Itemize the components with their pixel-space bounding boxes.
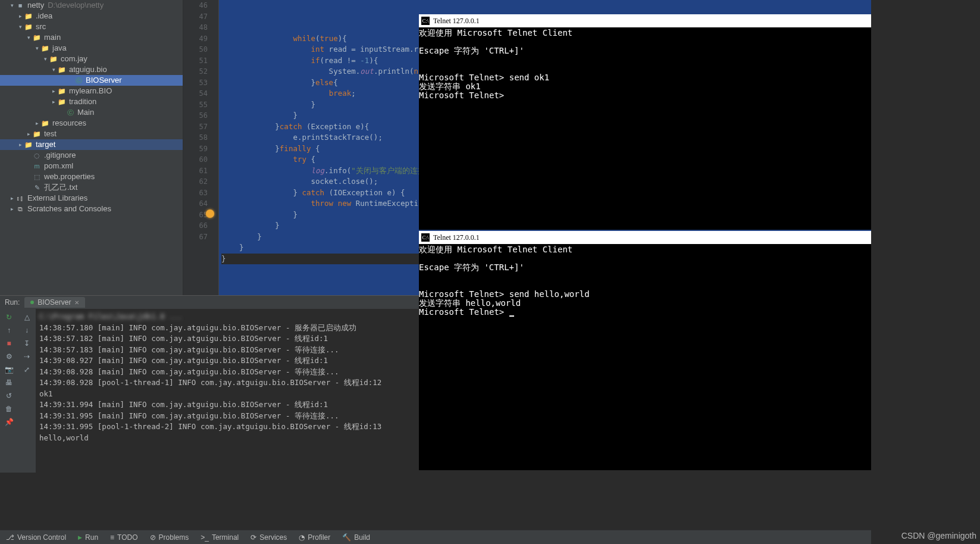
expand-icon[interactable]: ▸ <box>25 129 32 139</box>
tree-item-com-jay[interactable]: ▾📁com.jay <box>0 54 183 64</box>
status-item-problems[interactable]: ⊘Problems <box>144 530 195 544</box>
console-line: C:\Program Files\Java\jdk1.8 ... <box>39 311 183 323</box>
status-label: TODO <box>117 533 137 542</box>
file-m-icon: m <box>32 161 42 171</box>
status-label: Services <box>259 533 287 542</box>
telnet-output: 欢迎使用 Microsoft Telnet Client Escape 字符为 … <box>419 244 871 317</box>
right-margin <box>871 0 980 544</box>
tree-label: mylearn.BIO <box>69 86 112 96</box>
expand-icon[interactable]: ▾ <box>17 21 24 32</box>
status-icon: ⟳ <box>251 533 256 542</box>
tree-item-main[interactable]: ▾📁main <box>0 32 183 43</box>
expand-icon[interactable]: ▸ <box>17 139 24 150</box>
status-item-terminal[interactable]: >_Terminal <box>195 530 245 544</box>
status-item-profiler[interactable]: ◔Profiler <box>293 530 336 544</box>
line-number: 46 <box>183 0 208 11</box>
run-action-icon[interactable]: 📌 <box>4 417 14 427</box>
library-icon: ⫾⫿ <box>15 193 25 204</box>
pkg-icon: 📁 <box>49 54 58 64</box>
cursor-icon <box>509 315 514 317</box>
run-action-icon[interactable]: ↧ <box>22 339 32 348</box>
class-icon: ⓒ <box>74 75 83 86</box>
line-number: 65 <box>183 210 208 221</box>
tree-label: .idea <box>36 11 52 21</box>
telnet-window-2[interactable]: C:\ Telnet 127.0.0.1 欢迎使用 Microsoft Teln… <box>419 231 871 470</box>
expand-icon[interactable]: ▸ <box>50 96 57 107</box>
pkg-icon: 📁 <box>57 96 67 107</box>
expand-icon[interactable]: ▾ <box>50 64 57 75</box>
status-item-services[interactable]: ⟳Services <box>245 530 293 544</box>
line-number: 62 <box>183 176 208 187</box>
expand-icon[interactable]: ▾ <box>33 43 40 54</box>
line-number: 58 <box>183 132 208 143</box>
status-icon: ◔ <box>299 533 305 542</box>
status-item-build[interactable]: 🔨Build <box>336 530 376 544</box>
tree-item-src[interactable]: ▾📁src <box>0 21 183 32</box>
run-action-icon[interactable]: 📷 <box>4 365 14 374</box>
status-label: Version Control <box>17 533 66 542</box>
tree-item-tradition[interactable]: ▸📁tradition <box>0 96 183 107</box>
intention-bulb-icon[interactable] <box>206 210 214 218</box>
tree-item-netty[interactable]: ▾■nettyD:\develop\netty <box>0 0 183 11</box>
scratches-consoles[interactable]: ▸⧉Scratches and Consoles <box>0 204 183 214</box>
tree-item-java[interactable]: ▾📁java <box>0 43 183 54</box>
close-icon[interactable]: ✕ <box>74 299 79 306</box>
run-action-icon[interactable]: △ <box>22 312 32 322</box>
telnet-title: Telnet 127.0.0.1 <box>433 17 480 26</box>
telnet-window-1[interactable]: C:\ Telnet 127.0.0.1 欢迎使用 Microsoft Teln… <box>419 14 871 230</box>
expand-icon[interactable]: ▾ <box>42 54 49 64</box>
run-action-icon[interactable]: ↓ <box>22 326 32 335</box>
run-action-icon[interactable]: ⚙ <box>4 352 14 361</box>
line-number: 50 <box>183 44 208 55</box>
run-action-icon[interactable] <box>22 378 32 387</box>
tree-item-target[interactable]: ▸📁target <box>0 139 183 150</box>
tree-item--txt[interactable]: ✎孔乙己.txt <box>0 182 183 193</box>
tree-item-resources[interactable]: ▸📁resources <box>0 118 183 129</box>
run-action-icon[interactable]: ⤢ <box>22 365 32 374</box>
run-tab[interactable]: BIOServer ✕ <box>24 297 85 308</box>
telnet-titlebar[interactable]: C:\ Telnet 127.0.0.1 <box>419 14 871 27</box>
run-status-icon <box>30 301 34 304</box>
tree-item-bioserver[interactable]: ⓒBIOServer <box>0 75 183 86</box>
run-action-icon[interactable] <box>22 391 32 401</box>
run-action-icon[interactable]: ↺ <box>4 391 14 401</box>
line-number: 56 <box>183 110 208 121</box>
tree-item-atguigu-bio[interactable]: ▾📁atguigu.bio <box>0 64 183 75</box>
tree-item-pom-xml[interactable]: mpom.xml <box>0 161 183 171</box>
tree-item-mylearn-bio[interactable]: ▸📁mylearn.BIO <box>0 86 183 96</box>
tree-item-web-properties[interactable]: ⬚web.properties <box>0 171 183 182</box>
status-item-run[interactable]: ▶Run <box>72 530 104 544</box>
tree-item-test[interactable]: ▸📁test <box>0 129 183 139</box>
status-item-version-control[interactable]: ⎇Version Control <box>0 530 72 544</box>
tree-item--gitignore[interactable]: ◌.gitignore <box>0 150 183 161</box>
tree-label: web.properties <box>44 171 95 182</box>
run-action-icon[interactable] <box>22 417 32 427</box>
file-icon: ⬚ <box>32 171 42 182</box>
line-number: 59 <box>183 143 208 155</box>
telnet-titlebar[interactable]: C:\ Telnet 127.0.0.1 <box>419 231 871 244</box>
run-action-icon[interactable]: 🗑 <box>4 404 14 414</box>
line-number: 61 <box>183 165 208 177</box>
tree-item-main[interactable]: ⓒMain <box>0 107 183 118</box>
run-action-icon[interactable]: 🖶 <box>4 378 14 387</box>
tree-label: tradition <box>69 96 96 107</box>
watermark: CSDN @geminigoth <box>901 531 976 540</box>
line-number: 51 <box>183 55 208 67</box>
external-libraries[interactable]: ▸⫾⫿External Libraries <box>0 193 183 204</box>
line-number: 57 <box>183 121 208 133</box>
run-action-icon[interactable]: ⇢ <box>22 352 32 361</box>
expand-icon[interactable]: ▸ <box>50 86 57 96</box>
expand-icon[interactable]: ▾ <box>8 0 15 11</box>
project-tree[interactable]: ▾■nettyD:\develop\netty▸📁.idea▾📁src▾📁mai… <box>0 0 183 295</box>
line-number: 60 <box>183 154 208 165</box>
tree-item--idea[interactable]: ▸📁.idea <box>0 11 183 21</box>
run-label: Run: <box>0 298 24 307</box>
expand-icon[interactable]: ▸ <box>33 118 40 129</box>
run-action-icon[interactable]: ↑ <box>4 326 14 335</box>
status-item-todo[interactable]: ≡TODO <box>104 530 143 544</box>
expand-icon[interactable]: ▾ <box>25 32 32 43</box>
run-action-icon[interactable] <box>22 404 32 414</box>
run-action-icon[interactable]: ↻ <box>4 312 14 322</box>
run-action-icon[interactable]: ■ <box>4 339 14 348</box>
expand-icon[interactable]: ▸ <box>17 11 24 21</box>
